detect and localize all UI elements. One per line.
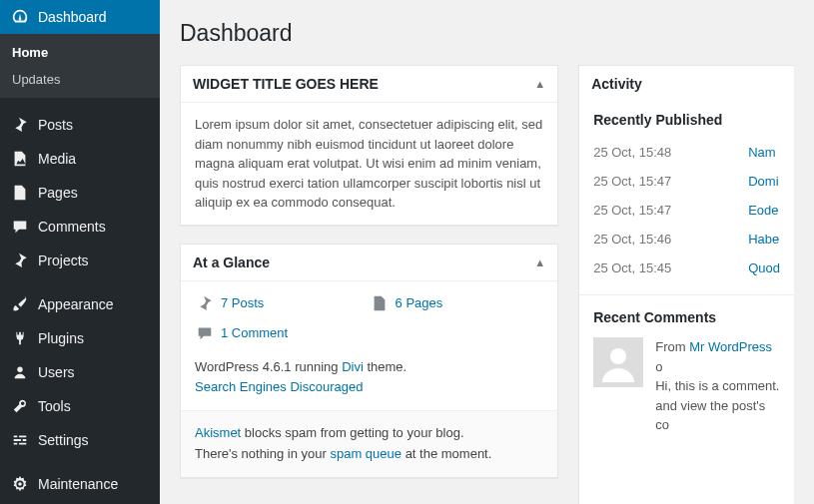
glance-meta: WordPress 4.6.1 running Divi theme. Sear… — [181, 357, 557, 411]
pin-icon — [10, 251, 30, 270]
comment-item: From Mr WordPress o Hi, this is a commen… — [593, 337, 780, 435]
comment-meta: From Mr WordPress o Hi, this is a commen… — [655, 337, 780, 435]
comments-link[interactable]: 1 Comment — [221, 325, 288, 340]
admin-sidebar: Dashboard Home Updates Posts Media Pages… — [0, 0, 160, 504]
sidebar-item-appearance[interactable]: Appearance — [0, 287, 160, 321]
pages-link[interactable]: 6 Pages — [396, 295, 443, 310]
avatar — [593, 337, 643, 387]
dashboard-icon — [10, 7, 30, 27]
user-icon — [10, 362, 30, 382]
spam-queue-link[interactable]: spam queue — [330, 446, 402, 461]
widget-body: Lorem ipsum dolor sit amet, consectetuer… — [181, 103, 557, 225]
sidebar-item-media[interactable]: Media — [0, 142, 160, 176]
main-content: Dashboard WIDGET TITLE GOES HERE ▲ Lorem… — [160, 0, 814, 504]
plug-icon — [10, 328, 30, 348]
sidebar-sub-updates[interactable]: Updates — [0, 66, 160, 93]
sidebar-label: Projects — [38, 252, 89, 268]
sidebar-label: Appearance — [38, 296, 114, 312]
sidebar-item-tools[interactable]: Tools — [0, 389, 160, 423]
sidebar-item-settings[interactable]: Settings — [0, 423, 160, 457]
widget-title: At a Glance — [193, 254, 270, 270]
brush-icon — [10, 294, 30, 314]
seo-link[interactable]: Search Engines Discouraged — [195, 379, 363, 394]
activity-date: 25 Oct, 15:48 — [593, 145, 748, 160]
sidebar-item-maintenance[interactable]: Maintenance — [0, 467, 160, 501]
sidebar-label: Settings — [38, 432, 89, 448]
collapse-icon[interactable]: ▲ — [534, 256, 545, 268]
activity-date: 25 Oct, 15:47 — [593, 203, 748, 218]
activity-link[interactable]: Eode — [748, 203, 778, 218]
sidebar-sub-home[interactable]: Home — [0, 39, 160, 66]
sidebar-item-posts[interactable]: Posts — [0, 108, 160, 142]
activity-date: 25 Oct, 15:46 — [593, 232, 748, 247]
sidebar-item-users[interactable]: Users — [0, 355, 160, 389]
sidebar-label: Tools — [38, 398, 71, 414]
comment-author-link[interactable]: Mr WordPress — [689, 339, 772, 354]
activity-link[interactable]: Domi — [748, 174, 778, 189]
comment-icon — [10, 217, 30, 237]
recently-published-heading: Recently Published — [593, 112, 780, 128]
svg-point-0 — [16, 156, 19, 159]
activity-link[interactable]: Nam — [748, 145, 775, 160]
sliders-icon — [10, 430, 30, 450]
page-icon — [370, 293, 390, 313]
sidebar-item-pages[interactable]: Pages — [0, 176, 160, 210]
sidebar-label: Posts — [38, 117, 73, 133]
widget-title: Activity — [591, 76, 642, 92]
recent-comments-heading: Recent Comments — [593, 309, 780, 325]
gear-icon — [10, 474, 30, 494]
page-title: Dashboard — [180, 20, 794, 47]
activity-date: 25 Oct, 15:47 — [593, 174, 748, 189]
svg-point-2 — [610, 348, 626, 364]
collapse-icon[interactable]: ▲ — [534, 78, 545, 90]
widget-header[interactable]: WIDGET TITLE GOES HERE ▲ — [181, 66, 557, 103]
glance-pages: 6 Pages — [370, 293, 544, 313]
sidebar-label: Plugins — [38, 330, 84, 346]
page-icon — [10, 183, 30, 203]
activity-row: 25 Oct, 15:48Nam — [593, 138, 780, 167]
sidebar-label: Users — [38, 364, 75, 380]
pin-icon — [195, 293, 215, 313]
widget-header[interactable]: At a Glance ▲ — [181, 245, 557, 281]
glance-comments: 1 Comment — [195, 323, 370, 343]
activity-widget: Activity Recently Published 25 Oct, 15:4… — [578, 65, 794, 504]
custom-widget: WIDGET TITLE GOES HERE ▲ Lorem ipsum dol… — [180, 65, 558, 226]
comment-icon — [195, 323, 215, 343]
sidebar-label: Comments — [38, 219, 106, 235]
sidebar-label: Dashboard — [38, 9, 107, 25]
sidebar-item-dashboard[interactable]: Dashboard — [0, 0, 160, 34]
activity-row: 25 Oct, 15:45Quod — [593, 253, 780, 282]
media-icon — [10, 149, 30, 169]
glance-posts: 7 Posts — [195, 293, 370, 313]
sidebar-label: Maintenance — [38, 476, 118, 492]
akismet-link[interactable]: Akismet — [195, 425, 241, 440]
activity-row: 25 Oct, 15:47Domi — [593, 167, 780, 196]
sidebar-item-projects[interactable]: Projects — [0, 244, 160, 277]
sidebar-item-plugins[interactable]: Plugins — [0, 321, 160, 355]
sidebar-label: Media — [38, 151, 76, 167]
activity-row: 25 Oct, 15:47Eode — [593, 196, 780, 225]
activity-row: 25 Oct, 15:46Habe — [593, 225, 780, 253]
widget-title: WIDGET TITLE GOES HERE — [193, 76, 379, 92]
activity-list: 25 Oct, 15:48Nam 25 Oct, 15:47Domi 25 Oc… — [593, 138, 780, 282]
activity-date: 25 Oct, 15:45 — [593, 260, 748, 275]
theme-link[interactable]: Divi — [342, 359, 364, 374]
sidebar-item-comments[interactable]: Comments — [0, 210, 160, 244]
posts-link[interactable]: 7 Posts — [221, 295, 264, 310]
activity-link[interactable]: Quod — [748, 260, 780, 275]
sidebar-label: Pages — [38, 185, 78, 201]
pin-icon — [10, 115, 30, 135]
wrench-icon — [10, 396, 30, 416]
glance-widget: At a Glance ▲ 7 Posts 1 Comment — [180, 244, 558, 478]
activity-link[interactable]: Habe — [748, 232, 779, 247]
glance-footer: Akismet blocks spam from getting to your… — [181, 410, 557, 477]
comment-filters: All (1)| Pending (0)| Approved — [593, 493, 780, 505]
svg-point-1 — [17, 367, 22, 372]
widget-header[interactable]: Activity — [579, 66, 794, 102]
sidebar-submenu: Home Updates — [0, 34, 160, 98]
